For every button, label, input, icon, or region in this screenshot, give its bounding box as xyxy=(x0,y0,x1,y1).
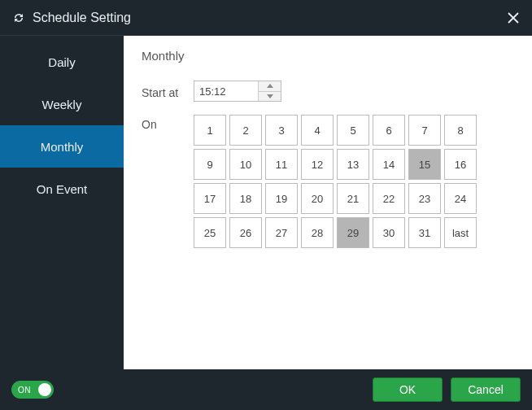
day-27[interactable]: 27 xyxy=(265,217,298,248)
refresh-icon xyxy=(11,11,26,25)
day-5[interactable]: 5 xyxy=(337,115,369,146)
day-10[interactable]: 10 xyxy=(229,149,262,180)
day-14[interactable]: 14 xyxy=(373,149,405,180)
day-2[interactable]: 2 xyxy=(229,115,262,146)
day-29[interactable]: 29 xyxy=(337,217,369,248)
dialog-title: Schedule Setting xyxy=(33,11,131,25)
sidebar: DailyWeeklyMonthlyOn Event xyxy=(0,36,124,369)
tab-label: On Event xyxy=(37,182,88,196)
cancel-button[interactable]: Cancel xyxy=(451,377,521,402)
day-16[interactable]: 16 xyxy=(444,149,477,180)
start-time-input[interactable] xyxy=(194,81,258,101)
start-at-label: Start at xyxy=(142,83,194,99)
enable-toggle[interactable]: ON xyxy=(11,381,54,399)
tab-label: Weekly xyxy=(42,98,82,111)
day-24[interactable]: 24 xyxy=(444,183,477,214)
day-7[interactable]: 7 xyxy=(408,115,441,146)
day-30[interactable]: 30 xyxy=(373,217,405,248)
toggle-knob xyxy=(38,383,51,396)
tab-label: Daily xyxy=(48,55,75,69)
day-8[interactable]: 8 xyxy=(444,115,477,146)
day-13[interactable]: 13 xyxy=(337,149,369,180)
start-time-spinner[interactable] xyxy=(194,81,281,102)
day-22[interactable]: 22 xyxy=(373,183,405,214)
schedule-setting-dialog: Schedule Setting DailyWeeklyMonthlyOn Ev… xyxy=(0,0,532,410)
day-3[interactable]: 3 xyxy=(265,115,298,146)
day-15[interactable]: 15 xyxy=(408,149,441,180)
day-grid: 1234567891011121314151617181920212223242… xyxy=(194,115,477,248)
start-time-row: Start at xyxy=(142,81,514,102)
day-9[interactable]: 9 xyxy=(194,149,226,180)
day-4[interactable]: 4 xyxy=(301,115,334,146)
ok-button[interactable]: OK xyxy=(373,377,443,402)
day-20[interactable]: 20 xyxy=(301,183,334,214)
day-23[interactable]: 23 xyxy=(408,183,441,214)
day-25[interactable]: 25 xyxy=(194,217,226,248)
day-31[interactable]: 31 xyxy=(408,217,441,248)
day-26[interactable]: 26 xyxy=(229,217,262,248)
toggle-label: ON xyxy=(18,386,31,395)
day-28[interactable]: 28 xyxy=(301,217,334,248)
day-11[interactable]: 11 xyxy=(265,149,298,180)
tab-monthly[interactable]: Monthly xyxy=(0,125,124,168)
close-button[interactable] xyxy=(506,11,521,25)
day-1[interactable]: 1 xyxy=(194,115,226,146)
footer: ON OK Cancel xyxy=(0,369,532,410)
day-19[interactable]: 19 xyxy=(265,183,298,214)
ok-button-label: OK xyxy=(399,383,416,396)
day-12[interactable]: 12 xyxy=(301,149,334,180)
tab-label: Monthly xyxy=(41,140,84,154)
spinner-down-button[interactable] xyxy=(259,92,281,102)
day-18[interactable]: 18 xyxy=(229,183,262,214)
day-last[interactable]: last xyxy=(444,217,477,248)
day-6[interactable]: 6 xyxy=(373,115,405,146)
tab-on-event[interactable]: On Event xyxy=(0,168,124,210)
on-row: On 1234567891011121314151617181920212223… xyxy=(142,115,514,248)
titlebar: Schedule Setting xyxy=(0,0,532,36)
day-21[interactable]: 21 xyxy=(337,183,369,214)
tab-weekly[interactable]: Weekly xyxy=(0,83,124,125)
tab-daily[interactable]: Daily xyxy=(0,41,124,83)
day-17[interactable]: 17 xyxy=(194,183,226,214)
cancel-button-label: Cancel xyxy=(468,383,504,396)
monthly-panel: Monthly Start at On xyxy=(124,36,532,369)
on-label: On xyxy=(142,115,194,131)
spinner-up-button[interactable] xyxy=(259,81,281,92)
panel-heading: Monthly xyxy=(142,49,514,63)
